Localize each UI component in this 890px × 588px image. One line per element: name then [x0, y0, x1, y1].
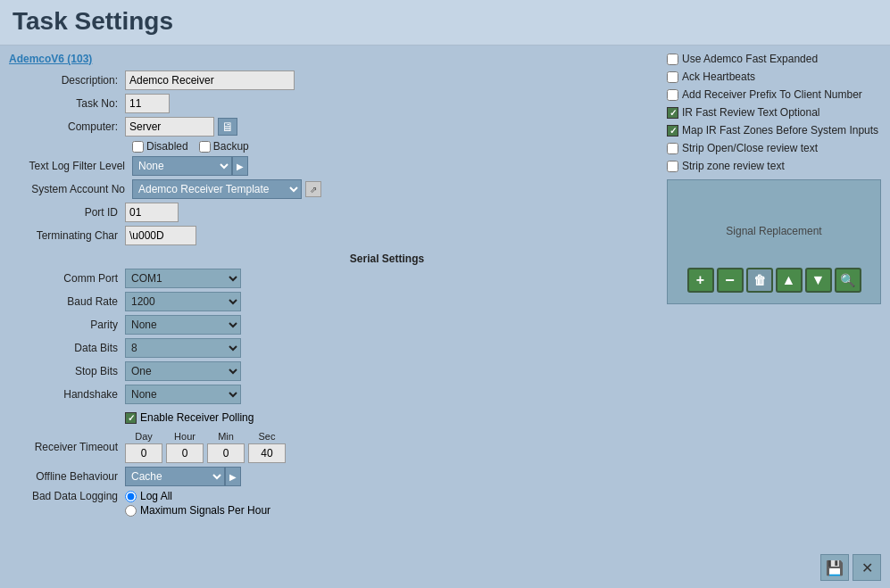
- databits-select[interactable]: 8: [125, 338, 241, 358]
- signal-down-button[interactable]: ▼: [805, 268, 832, 293]
- logall-radio[interactable]: [125, 491, 137, 502]
- sec-input[interactable]: [248, 443, 286, 463]
- backup-checkbox[interactable]: [199, 141, 211, 153]
- description-label: Description:: [9, 74, 125, 87]
- computer-browse-button[interactable]: 🖥: [218, 118, 237, 136]
- ir-fast-checked-icon: ✓: [667, 107, 678, 119]
- hour-col: Hour: [166, 431, 204, 463]
- enable-polling-row: ✓ Enable Receiver Polling: [125, 411, 649, 424]
- ack-heartbeats-checkbox[interactable]: [667, 71, 678, 83]
- enable-polling-checked-icon: ✓: [125, 412, 137, 424]
- stopbits-select[interactable]: One: [125, 361, 241, 381]
- add-receiver-checkbox[interactable]: [667, 89, 678, 101]
- computer-label: Computer:: [9, 120, 125, 133]
- day-col: Day: [125, 431, 162, 463]
- disabled-backup-row: Disabled Backup: [132, 140, 649, 153]
- serial-settings-title: Serial Settings: [125, 253, 649, 265]
- disabled-checkbox[interactable]: [132, 141, 144, 153]
- polling-section: ✓ Enable Receiver Polling: [125, 411, 649, 427]
- page-title: Task Settings: [0, 0, 890, 46]
- description-input[interactable]: [125, 70, 295, 90]
- sec-col: Sec: [248, 431, 286, 463]
- min-input[interactable]: [207, 443, 245, 463]
- computer-input[interactable]: [125, 117, 214, 137]
- handshake-select[interactable]: None: [125, 385, 241, 404]
- map-ir-checked-icon: ✓: [667, 125, 678, 137]
- taskno-label: Task No:: [9, 97, 125, 110]
- maxsignals-radio[interactable]: [125, 505, 137, 517]
- portid-label: Port ID: [9, 206, 125, 219]
- enable-polling-label[interactable]: Enable Receiver Polling: [140, 411, 254, 424]
- strip-open-row: Strip Open/Close review text: [667, 142, 881, 154]
- right-panel: Use Ademco Fast Expanded Ack Heartbeats …: [649, 53, 881, 577]
- databits-label: Data Bits: [9, 342, 125, 354]
- signal-toolbar: + − 🗑 ▲ ▼ 🔍: [668, 262, 880, 298]
- textlog-select[interactable]: None: [132, 156, 232, 176]
- taskno-input[interactable]: [125, 94, 170, 113]
- offline-label: Offline Behaviour: [9, 470, 125, 483]
- offline-select[interactable]: Cache: [125, 467, 225, 486]
- parity-label: Parity: [9, 319, 125, 331]
- offline-arrow-button[interactable]: ▶: [225, 467, 241, 486]
- bottom-bar: 💾 ✕: [820, 554, 881, 581]
- textlog-arrow-button[interactable]: ▶: [232, 156, 248, 176]
- disabled-checkbox-label[interactable]: Disabled: [132, 140, 188, 153]
- add-receiver-row: Add Receiver Prefix To Client Number: [667, 88, 881, 101]
- min-col: Min: [207, 431, 245, 463]
- save-button[interactable]: 💾: [820, 554, 849, 581]
- sysaccount-label: System Account No: [9, 183, 132, 195]
- signal-add-button[interactable]: +: [687, 268, 714, 293]
- maxsignals-radio-label[interactable]: Maximum Signals Per Hour: [125, 504, 270, 517]
- portid-input[interactable]: [125, 203, 179, 222]
- sysaccount-select[interactable]: Ademco Receiver Template: [132, 179, 302, 199]
- commport-label: Comm Port: [9, 272, 125, 285]
- textlog-dropdown-container: None ▶: [132, 156, 248, 176]
- ack-heartbeats-row: Ack Heartbeats: [667, 70, 881, 83]
- use-ademco-checkbox[interactable]: [667, 54, 678, 65]
- handshake-label: Handshake: [9, 388, 125, 401]
- sysaccount-open-button[interactable]: ⇗: [305, 181, 321, 197]
- strip-zone-row: Strip zone review text: [667, 160, 881, 172]
- hour-input[interactable]: [166, 443, 204, 463]
- day-input[interactable]: [125, 443, 162, 463]
- ir-fast-row: ✓ IR Fast Review Text Optional: [667, 106, 881, 119]
- baddata-radio-group: Log All Maximum Signals Per Hour: [125, 490, 270, 517]
- backup-checkbox-label[interactable]: Backup: [199, 140, 249, 153]
- receiver-timeout-label: Receiver Timeout: [9, 441, 125, 453]
- sysaccount-row: Ademco Receiver Template ⇗: [132, 179, 321, 199]
- logall-radio-label[interactable]: Log All: [125, 490, 270, 502]
- baddata-label: Bad Data Logging: [9, 490, 125, 502]
- parity-select[interactable]: None: [125, 315, 241, 335]
- signal-delete-button[interactable]: 🗑: [746, 268, 773, 293]
- signal-remove-button[interactable]: −: [717, 268, 744, 293]
- breadcrumb: AdemcoV6 (103): [9, 53, 649, 65]
- termchar-label: Terminating Char: [9, 229, 125, 242]
- offline-dropdown-container: Cache ▶: [125, 467, 241, 486]
- strip-zone-checkbox[interactable]: [667, 161, 678, 172]
- signal-replacement-label: Signal Replacement: [668, 180, 880, 237]
- timeout-inputs: Day Hour Min Sec: [125, 431, 286, 463]
- commport-select[interactable]: COM1: [125, 269, 241, 288]
- signal-up-button[interactable]: ▲: [776, 268, 803, 293]
- stopbits-label: Stop Bits: [9, 365, 125, 377]
- strip-open-checkbox[interactable]: [667, 143, 678, 154]
- baudrate-select[interactable]: 1200: [125, 292, 241, 311]
- use-ademco-row: Use Ademco Fast Expanded: [667, 53, 881, 65]
- left-panel: AdemcoV6 (103) Description: Task No: Com…: [9, 53, 649, 577]
- termchar-input[interactable]: [125, 226, 196, 245]
- textlog-label: Text Log Filter Level: [9, 160, 132, 172]
- baudrate-label: Baud Rate: [9, 295, 125, 308]
- signal-search-button[interactable]: 🔍: [835, 268, 861, 293]
- close-button[interactable]: ✕: [853, 554, 881, 581]
- map-ir-row: ✓ Map IR Fast Zones Before System Inputs: [667, 124, 881, 137]
- computer-row: 🖥: [125, 117, 237, 137]
- signal-replacement-box: Signal Replacement + − 🗑 ▲ ▼ 🔍: [667, 179, 881, 304]
